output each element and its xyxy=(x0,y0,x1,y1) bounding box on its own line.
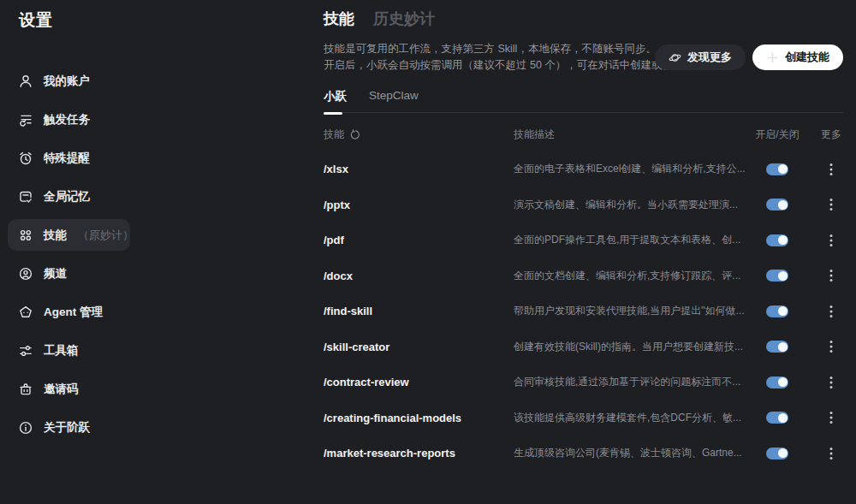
more-menu-icon[interactable] xyxy=(829,305,843,318)
subtab-stepclaw[interactable]: StepClaw xyxy=(369,89,419,104)
table-row: /docx 全面的文档创建、编辑和分析,支持修订跟踪、评... xyxy=(324,258,843,294)
skill-description: 生成顶级咨询公司(麦肯锡、波士顿咨询、Gartne... xyxy=(514,446,752,460)
toggle-switch[interactable] xyxy=(766,163,788,175)
sliders-icon xyxy=(18,343,33,359)
skills-grid-icon xyxy=(18,228,33,243)
sidebar-item-special-reminders[interactable]: 特殊提醒 xyxy=(8,142,130,174)
skill-name: /creating-financial-models xyxy=(324,412,514,424)
gift-box-icon xyxy=(18,382,33,397)
sidebar-item-label: 工具箱 xyxy=(44,343,79,359)
toggle-switch[interactable] xyxy=(766,448,788,460)
skill-description: 演示文稿创建、编辑和分析。当小跃需要处理演... xyxy=(514,198,752,212)
more-menu-icon[interactable] xyxy=(829,198,843,211)
more-menu-icon[interactable] xyxy=(829,340,843,353)
sidebar-item-agent-management[interactable]: Agent 管理 xyxy=(8,296,130,328)
tabs-divider xyxy=(324,112,843,113)
toggle-switch[interactable] xyxy=(766,234,788,246)
sidebar-item-invite-code[interactable]: 邀请码 xyxy=(8,373,130,405)
toggle-switch[interactable] xyxy=(766,270,788,282)
memory-note-icon xyxy=(18,189,33,205)
more-menu-icon[interactable] xyxy=(829,376,843,389)
more-menu-icon[interactable] xyxy=(829,411,843,424)
skills-table-body: /xlsx 全面的电子表格和Excel创建、编辑和分析,支持公... /pptx… xyxy=(324,151,843,471)
toggle-switch[interactable] xyxy=(766,377,788,388)
more-menu-icon[interactable] xyxy=(829,447,843,460)
sidebar-item-my-account[interactable]: 我的账户 xyxy=(8,65,130,97)
column-header-toggle: 开启/关闭 xyxy=(755,127,799,142)
discover-more-label: 发现更多 xyxy=(687,50,732,65)
main-tabs: 技能 历史妙计 xyxy=(324,9,435,29)
skill-source-tabs: 小跃 StepClaw xyxy=(324,89,419,104)
sidebar-item-label: 频道 xyxy=(44,266,67,282)
table-row: /contract-review 合同审核技能,通过添加基于评论的问题标注而不.… xyxy=(324,365,843,400)
task-trigger-icon xyxy=(18,112,33,127)
planet-icon xyxy=(669,51,681,64)
skill-description: 合同审核技能,通过添加基于评论的问题标注而不... xyxy=(514,375,752,389)
sidebar-item-label: 全局记忆 xyxy=(44,189,90,205)
sidebar-item-label: 技能 xyxy=(44,228,67,243)
agent-icon xyxy=(18,305,33,320)
skill-description: 全面的电子表格和Excel创建、编辑和分析,支持公... xyxy=(514,162,752,176)
column-header-description: 技能描述 xyxy=(514,127,752,142)
skill-name: /contract-review xyxy=(324,376,514,388)
sidebar-item-label: 邀请码 xyxy=(44,382,79,397)
skill-name: /skill-creator xyxy=(324,341,514,353)
skill-description: 该技能提供高级财务建模套件,包含DCF分析、敏... xyxy=(514,411,752,425)
skill-description: 创建有效技能(Skill)的指南。当用户想要创建新技... xyxy=(514,340,752,354)
more-menu-icon[interactable] xyxy=(829,269,843,282)
skill-description: 全面的PDF操作工具包,用于提取文本和表格、创... xyxy=(514,233,752,247)
toggle-switch[interactable] xyxy=(766,305,788,317)
create-skill-button[interactable]: 创建技能 xyxy=(752,44,843,70)
sidebar-item-global-memory[interactable]: 全局记忆 xyxy=(8,181,130,212)
table-row: /creating-financial-models 该技能提供高级财务建模套件… xyxy=(324,400,843,436)
table-row: /pptx 演示文稿创建、编辑和分析。当小跃需要处理演... xyxy=(324,187,843,223)
table-row: /find-skill 帮助用户发现和安装代理技能,当用户提出"如何做... xyxy=(324,294,843,329)
column-header-skill: 技能 xyxy=(324,127,514,142)
column-header-more: 更多 xyxy=(821,127,843,142)
sidebar-item-about[interactable]: 关于阶跃 xyxy=(8,412,130,443)
sidebar-item-label: 我的账户 xyxy=(44,74,90,89)
more-menu-icon[interactable] xyxy=(829,163,843,176)
table-row: /pdf 全面的PDF操作工具包,用于提取文本和表格、创... xyxy=(324,222,843,258)
sidebar-item-label: Agent 管理 xyxy=(44,305,103,320)
tab-history[interactable]: 历史妙计 xyxy=(373,9,435,29)
sidebar-item-channels[interactable]: 频道 xyxy=(8,258,130,289)
plus-icon xyxy=(766,51,779,64)
create-skill-label: 创建技能 xyxy=(785,50,829,65)
skill-name: /pptx xyxy=(324,199,514,211)
refresh-icon[interactable] xyxy=(350,129,361,140)
skill-name: /market-research-reports xyxy=(324,447,514,460)
table-row: /skill-creator 创建有效技能(Skill)的指南。当用户想要创建新… xyxy=(324,329,843,365)
skill-name: /find-skill xyxy=(324,305,514,317)
channel-icon xyxy=(18,266,33,282)
sidebar-item-label: 触发任务 xyxy=(44,112,90,127)
toggle-switch[interactable] xyxy=(766,412,788,424)
table-row: /market-research-reports 生成顶级咨询公司(麦肯锡、波士… xyxy=(324,436,843,471)
table-row: /xlsx 全面的电子表格和Excel创建、编辑和分析,支持公... xyxy=(324,151,843,187)
skill-description: 帮助用户发现和安装代理技能,当用户提出"如何做... xyxy=(514,304,752,318)
header-actions: 发现更多 创建技能 xyxy=(655,44,843,70)
sidebar-item-trigger-tasks[interactable]: 触发任务 xyxy=(8,104,130,135)
discover-more-button[interactable]: 发现更多 xyxy=(655,44,746,70)
tab-skills[interactable]: 技能 xyxy=(324,9,354,29)
sidebar-item-skills[interactable]: 技能 （原妙计） xyxy=(8,219,130,251)
sidebar-title: 设置 xyxy=(19,9,53,32)
skill-name: /docx xyxy=(324,270,514,282)
info-circle-icon xyxy=(18,420,33,436)
user-icon xyxy=(18,74,33,89)
sidebar-menu: 我的账户 触发任务 特殊提醒 全局记忆 技能 （原妙计） xyxy=(8,65,130,450)
toggle-switch[interactable] xyxy=(766,199,788,210)
skill-description: 全面的文档创建、编辑和分析,支持修订跟踪、评... xyxy=(514,269,752,283)
sidebar-item-toolbox[interactable]: 工具箱 xyxy=(8,335,130,366)
subtab-xiaoyue[interactable]: 小跃 xyxy=(324,89,347,104)
alarm-clock-icon xyxy=(18,151,33,166)
more-menu-icon[interactable] xyxy=(829,234,843,247)
toggle-switch[interactable] xyxy=(766,341,788,353)
skill-name: /pdf xyxy=(324,234,514,246)
sidebar-item-suffix: （原妙计） xyxy=(78,228,134,243)
skills-table-header: 技能 技能描述 开启/关闭 更多 xyxy=(324,125,843,144)
settings-sidebar: 设置 我的账户 触发任务 特殊提醒 全局记忆 xyxy=(0,0,308,504)
skills-main-panel: 技能 历史妙计 技能是可复用的工作流，支持第三方 Skill，本地保存，不随账号… xyxy=(324,0,843,504)
sidebar-item-label: 特殊提醒 xyxy=(44,151,90,166)
sidebar-item-label: 关于阶跃 xyxy=(44,420,90,436)
